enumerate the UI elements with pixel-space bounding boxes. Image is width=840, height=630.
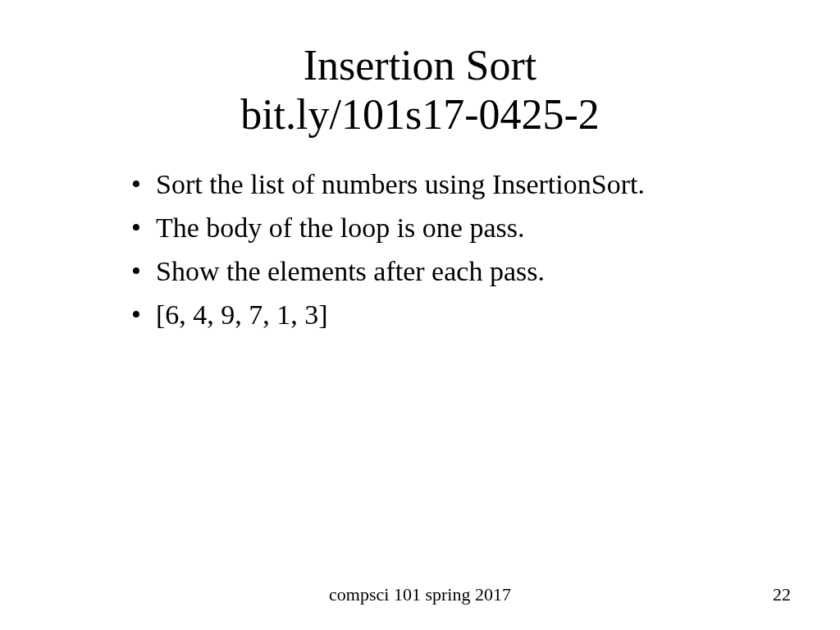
slide-footer: compsci 101 spring 2017 22 <box>0 584 840 605</box>
footer-course: compsci 101 spring 2017 <box>296 584 543 605</box>
bullet-item: Show the elements after each pass. <box>131 251 742 291</box>
slide-title: Insertion Sort bit.ly/101s17-0425-2 <box>49 41 791 139</box>
slide: Insertion Sort bit.ly/101s17-0425-2 Sort… <box>0 0 840 630</box>
bullet-item: Sort the list of numbers using Insertion… <box>131 164 742 204</box>
footer-page-number: 22 <box>544 584 791 605</box>
title-line-2: bit.ly/101s17-0425-2 <box>49 90 791 139</box>
bullet-list: Sort the list of numbers using Insertion… <box>49 164 791 336</box>
bullet-item: [6, 4, 9, 7, 1, 3] <box>131 294 742 335</box>
bullet-item: The body of the loop is one pass. <box>131 208 742 248</box>
title-line-1: Insertion Sort <box>49 41 791 90</box>
